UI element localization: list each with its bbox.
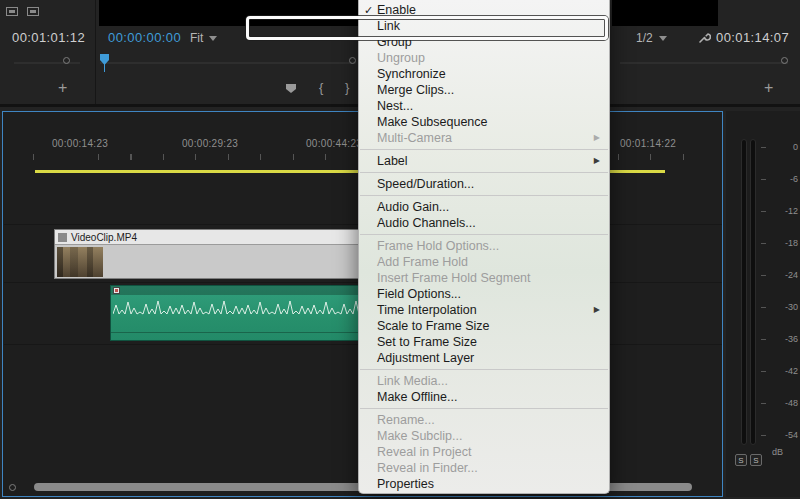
ruler-label: 00:00:44:23 — [306, 138, 362, 149]
menu-item-group[interactable]: Group — [359, 34, 609, 50]
menu-item-reveal-in-project: Reveal in Project — [359, 444, 609, 460]
add-button-right[interactable]: + — [764, 81, 773, 95]
scroll-handle-icon[interactable] — [781, 57, 788, 64]
db-unit-label: dB — [772, 447, 783, 457]
menu-item-speed-duration[interactable]: Speed/Duration... — [359, 176, 609, 192]
chevron-down-icon — [209, 36, 217, 41]
panel-grid-icon[interactable] — [27, 7, 39, 16]
panel-divider — [95, 0, 96, 105]
scroll-handle-icon[interactable] — [349, 57, 356, 64]
scroll-handle-icon[interactable] — [9, 484, 16, 491]
ruler-label: 00:00:29:23 — [182, 138, 238, 149]
menu-item-label: Audio Channels... — [377, 216, 476, 230]
submenu-arrow-icon: ▶ — [594, 130, 600, 146]
meter-scale-label: -54 — [770, 430, 798, 440]
menu-item-frame-hold-options: Frame Hold Options... — [359, 238, 609, 254]
marker-icon[interactable] — [286, 84, 296, 93]
menu-item-label: Enable — [377, 3, 416, 17]
menu-item-label: Speed/Duration... — [377, 177, 474, 191]
meter-scale-label: -36 — [770, 334, 798, 344]
menu-item-label: Link Media... — [377, 374, 448, 388]
scroll-handle-icon[interactable] — [63, 57, 70, 64]
menu-item-label: Reveal in Finder... — [377, 461, 478, 475]
add-button-left[interactable]: + — [58, 81, 67, 95]
menu-item-add-frame-hold: Add Frame Hold — [359, 254, 609, 270]
menu-item-label: Link — [377, 19, 400, 33]
source-scrub-track[interactable] — [14, 62, 80, 64]
meter-scale-label: -30 — [770, 302, 798, 312]
fx-badge-icon — [58, 233, 67, 242]
meter-scale-label: -24 — [770, 270, 798, 280]
fit-zoom-dropdown[interactable]: Fit — [190, 31, 217, 47]
menu-item-field-options[interactable]: Field Options... — [359, 286, 609, 302]
menu-item-audio-channels[interactable]: Audio Channels... — [359, 215, 609, 231]
menu-item-make-subclip: Make Subclip... — [359, 428, 609, 444]
menu-separator — [359, 146, 609, 153]
menu-item-make-subsequence[interactable]: Make Subsequence — [359, 114, 609, 130]
ruler-label: 00:01:14:22 — [620, 138, 676, 149]
meter-scale-label: 0 — [770, 142, 798, 152]
menu-item-label: Make Subclip... — [377, 429, 462, 443]
menu-separator — [359, 231, 609, 238]
in-point-icon[interactable]: { — [319, 80, 323, 95]
menu-item-merge-clips[interactable]: Merge Clips... — [359, 82, 609, 98]
chevron-down-icon — [659, 36, 667, 41]
meter-scale-label: -48 — [770, 398, 798, 408]
menu-item-label: Add Frame Hold — [377, 255, 468, 269]
program-timecode[interactable]: 00:00:00:00 — [108, 30, 181, 45]
menu-item-link[interactable]: Link — [359, 18, 609, 34]
menu-separator — [359, 192, 609, 199]
menu-item-label: Scale to Frame Size — [377, 319, 490, 333]
menu-item-time-interpolation[interactable]: Time Interpolation▶ — [359, 302, 609, 318]
menu-item-make-offline[interactable]: Make Offline... — [359, 389, 609, 405]
program-monitor-video-right — [612, 0, 718, 26]
menu-item-label: Group — [377, 35, 412, 49]
menu-item-nest[interactable]: Nest... — [359, 98, 609, 114]
menu-item-rename: Rename... — [359, 412, 609, 428]
video-clip-name: VideoClip.MP4 — [71, 232, 137, 243]
menu-item-label: Audio Gain... — [377, 200, 449, 214]
menu-item-adjustment-layer[interactable]: Adjustment Layer — [359, 350, 609, 366]
clip-context-menu: ✓Enable Link Group Ungroup Synchronize M… — [358, 0, 610, 494]
meter-bar-right — [750, 139, 756, 445]
menu-item-set-to-frame-size[interactable]: Set to Frame Size — [359, 334, 609, 350]
out-point-icon[interactable]: } — [345, 80, 349, 95]
menu-item-label-submenu[interactable]: Label▶ — [359, 153, 609, 169]
menu-item-label: Time Interpolation — [377, 303, 477, 317]
menu-item-properties[interactable]: Properties — [359, 476, 609, 492]
menu-item-scale-to-frame-size[interactable]: Scale to Frame Size — [359, 318, 609, 334]
resolution-dropdown[interactable]: 1/2 — [636, 31, 667, 47]
program-playhead-line — [104, 64, 105, 72]
menu-item-label: Field Options... — [377, 287, 461, 301]
right-scrub-track[interactable] — [620, 62, 788, 64]
menu-item-audio-gain[interactable]: Audio Gain... — [359, 199, 609, 215]
menu-item-label: Rename... — [377, 413, 435, 427]
menu-separator — [359, 405, 609, 412]
duration-timecode: 00:01:14:07 — [716, 30, 789, 45]
menu-item-synchronize[interactable]: Synchronize — [359, 66, 609, 82]
video-clip-thumbnail — [57, 247, 103, 277]
solo-button-left[interactable]: S — [735, 454, 747, 466]
solo-button-right[interactable]: S — [750, 454, 762, 466]
submenu-arrow-icon: ▶ — [594, 302, 600, 318]
menu-item-enable[interactable]: ✓Enable — [359, 2, 609, 18]
audio-meter-panel: 0 -6 -12 -18 -24 -30 -36 -42 -48 -54 dB … — [726, 111, 800, 497]
menu-separator — [359, 366, 609, 373]
menu-item-label: Reveal in Project — [377, 445, 472, 459]
meter-scale-label: -42 — [770, 366, 798, 376]
source-timecode[interactable]: 00:01:01:12 — [12, 30, 85, 45]
menu-item-label: Make Subsequence — [377, 115, 488, 129]
resolution-label: 1/2 — [636, 31, 653, 45]
menu-item-label: Make Offline... — [377, 390, 457, 404]
meter-scale-label: -12 — [770, 206, 798, 216]
program-scrub-track[interactable] — [100, 62, 356, 64]
menu-item-label: Nest... — [377, 99, 413, 113]
menu-separator — [359, 169, 609, 176]
submenu-arrow-icon: ▶ — [594, 153, 600, 169]
fit-zoom-label: Fit — [190, 31, 203, 45]
meter-scale-label: -18 — [770, 238, 798, 248]
panel-menu-icon[interactable] — [6, 7, 18, 16]
wrench-settings-icon[interactable] — [697, 31, 711, 49]
fx-badge-icon — [113, 287, 120, 294]
ruler-label: 00:00:14:23 — [52, 138, 108, 149]
